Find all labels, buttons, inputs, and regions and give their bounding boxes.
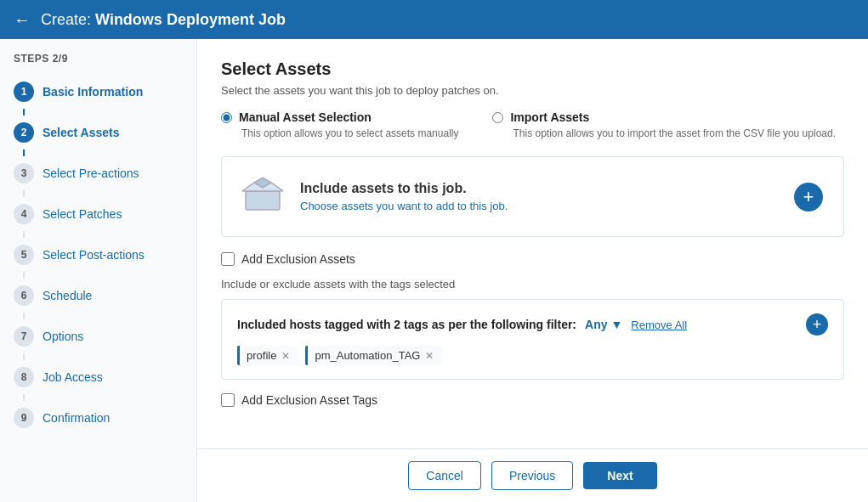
- step-num-7: 7: [14, 326, 34, 347]
- step-num-8: 8: [14, 367, 34, 387]
- sidebar-item-basic-information[interactable]: 1 Basic Information: [0, 75, 196, 109]
- tag-section-label: Include or exclude assets with the tags …: [221, 278, 844, 290]
- header: ← Create: Windows Deployment Job: [0, 0, 868, 39]
- asset-box-inner: Include assets to this job. Choose asset…: [242, 174, 508, 219]
- tag-filter-any-dropdown[interactable]: Any ▼: [585, 318, 622, 331]
- tag-chip-pm-automation: pm_Automation_TAG ✕: [305, 346, 442, 365]
- sidebar-item-label-7: Options: [43, 330, 83, 343]
- connector-3: [23, 190, 25, 197]
- step-num-4: 4: [14, 204, 34, 224]
- asset-selection-radio-group: Manual Asset Selection This option allow…: [221, 110, 844, 139]
- sidebar-item-label-8: Job Access: [43, 370, 103, 384]
- exclusion-tags-row: Add Exclusion Asset Tags: [221, 393, 844, 407]
- asset-box-text: Include assets to this job. Choose asset…: [300, 181, 508, 212]
- exclusion-assets-row: Add Exclusion Assets: [221, 252, 844, 266]
- sidebar-item-select-patches[interactable]: 4 Select Patches: [0, 197, 196, 231]
- header-title: Create: Windows Deployment Job: [41, 11, 286, 29]
- sidebar-item-label-3: Select Pre-actions: [43, 166, 139, 180]
- sidebar-item-options[interactable]: 7 Options: [0, 319, 196, 353]
- connector-8: [23, 394, 25, 401]
- tag-chip-label: pm_Automation_TAG: [315, 349, 420, 362]
- manual-radio-label[interactable]: Manual Asset Selection: [239, 110, 372, 124]
- manual-radio[interactable]: [221, 112, 232, 123]
- sidebar-item-select-assets[interactable]: 2 Select Assets: [0, 116, 196, 149]
- layout: STEPS 2/9 1 Basic Information 2 Select A…: [0, 39, 868, 502]
- sidebar-item-label-5: Select Post-actions: [43, 248, 145, 262]
- step-num-5: 5: [14, 245, 34, 265]
- step-num-6: 6: [14, 285, 34, 306]
- next-button[interactable]: Next: [583, 462, 656, 489]
- cancel-button[interactable]: Cancel: [408, 461, 481, 490]
- asset-inclusion-box: Include assets to this job. Choose asset…: [221, 156, 844, 237]
- step-num-1: 1: [14, 82, 34, 102]
- tag-filter-header: Included hosts tagged with 2 tags as per…: [237, 313, 828, 336]
- sidebar-item-select-post-actions[interactable]: 5 Select Post-actions: [0, 238, 196, 272]
- connector-7: [23, 353, 25, 360]
- import-asset-option: Import Assets This option allows you to …: [492, 110, 836, 139]
- exclusion-tags-label[interactable]: Add Exclusion Asset Tags: [241, 393, 377, 407]
- sidebar-item-job-access[interactable]: 8 Job Access: [0, 360, 196, 394]
- sidebar-item-label-1: Basic Information: [43, 85, 143, 99]
- tag-filter-title: Included hosts tagged with 2 tags as per…: [237, 318, 576, 331]
- page-title: Select Assets: [221, 59, 844, 79]
- page-subtitle: Select the assets you want this job to d…: [221, 84, 844, 97]
- connector-6: [23, 313, 25, 319]
- sidebar-item-label-6: Schedule: [43, 289, 92, 302]
- previous-button[interactable]: Previous: [491, 461, 573, 490]
- connector-5: [23, 272, 25, 279]
- add-asset-button[interactable]: +: [794, 183, 823, 212]
- box-icon: [242, 174, 283, 219]
- steps-label: STEPS 2/9: [0, 53, 196, 75]
- connector-1: [23, 109, 25, 116]
- manual-radio-desc: This option allows you to select assets …: [241, 127, 458, 139]
- tag-chip-profile: profile ✕: [237, 346, 298, 365]
- exclusion-tags-checkbox[interactable]: [221, 393, 235, 407]
- chevron-down-icon: ▼: [611, 318, 623, 331]
- step-num-9: 9: [14, 408, 34, 428]
- step-num-3: 3: [14, 163, 34, 183]
- connector-4: [23, 231, 25, 238]
- sidebar-item-label-9: Confirmation: [43, 411, 110, 425]
- tag-chip-label: profile: [247, 349, 276, 362]
- import-radio-label[interactable]: Import Assets: [510, 110, 589, 124]
- sidebar-item-label-4: Select Patches: [43, 207, 122, 221]
- import-radio-desc: This option allows you to import the ass…: [513, 127, 836, 139]
- svg-rect-0: [246, 191, 280, 210]
- back-button[interactable]: ←: [14, 10, 31, 30]
- sidebar-item-label-2: Select Assets: [43, 126, 120, 139]
- tags-row: profile ✕ pm_Automation_TAG ✕: [237, 346, 828, 365]
- connector-2: [23, 149, 25, 156]
- asset-box-desc: Choose assets you want to add to this jo…: [300, 200, 508, 212]
- main-content: Select Assets Select the assets you want…: [197, 39, 868, 448]
- tag-filter-box: Included hosts tagged with 2 tags as per…: [221, 299, 844, 380]
- tag-chip-remove-pm-automation[interactable]: ✕: [425, 350, 434, 362]
- footer: Cancel Previous Next: [197, 448, 868, 502]
- sidebar: STEPS 2/9 1 Basic Information 2 Select A…: [0, 39, 197, 502]
- asset-box-heading: Include assets to this job.: [300, 181, 508, 196]
- exclusion-assets-label[interactable]: Add Exclusion Assets: [241, 252, 355, 266]
- sidebar-item-select-pre-actions[interactable]: 3 Select Pre-actions: [0, 156, 196, 190]
- manual-asset-option: Manual Asset Selection This option allow…: [221, 110, 458, 139]
- import-radio[interactable]: [492, 112, 503, 123]
- step-num-2: 2: [14, 122, 34, 143]
- exclusion-assets-checkbox[interactable]: [221, 252, 235, 266]
- add-tag-button[interactable]: +: [806, 313, 828, 336]
- remove-all-button[interactable]: Remove All: [631, 319, 687, 331]
- sidebar-item-schedule[interactable]: 6 Schedule: [0, 279, 196, 313]
- tag-chip-remove-profile[interactable]: ✕: [281, 350, 290, 362]
- sidebar-item-confirmation[interactable]: 9 Confirmation: [0, 401, 196, 435]
